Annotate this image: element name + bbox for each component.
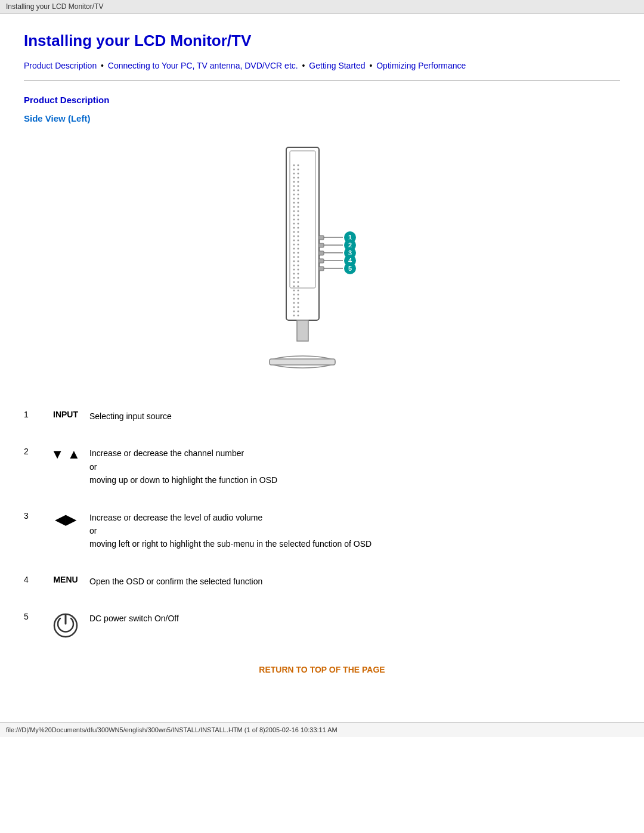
feature-icon-5 [42, 606, 89, 647]
feature-icon-3: ◀▶ [42, 505, 89, 557]
svg-point-64 [293, 294, 295, 296]
svg-point-68 [293, 302, 295, 304]
svg-point-14 [293, 190, 295, 191]
svg-point-46 [293, 256, 295, 258]
svg-point-53 [298, 269, 299, 271]
power-icon [52, 612, 79, 639]
svg-point-22 [293, 206, 295, 208]
feature-row-1: 1 INPUT Selecting input source [24, 404, 620, 429]
svg-point-31 [298, 223, 299, 225]
svg-rect-76 [319, 236, 324, 240]
nav-sep-3: • [369, 61, 374, 70]
feature-row-4: 4 MENU Open the OSD or confirm the selec… [24, 569, 620, 594]
feature-icon-4: MENU [42, 569, 89, 594]
svg-point-63 [298, 290, 299, 292]
svg-rect-96 [297, 320, 308, 341]
browser-title-bar: Installing your LCD Monitor/TV [0, 0, 644, 14]
nav-link-getting-started[interactable]: Getting Started [309, 61, 365, 70]
nav-link-connecting[interactable]: Connecting to Your PC, TV antenna, DVD/V… [108, 61, 298, 70]
svg-rect-92 [319, 267, 324, 271]
return-to-top-link[interactable]: RETURN TO TOP OF THE PAGE [24, 665, 620, 674]
svg-point-44 [293, 252, 295, 254]
svg-rect-88 [319, 259, 324, 263]
svg-point-58 [293, 281, 295, 283]
feature-num-4: 4 [24, 569, 42, 594]
svg-point-73 [298, 311, 299, 312]
browser-title-text: Installing your LCD Monitor/TV [6, 2, 103, 11]
svg-point-28 [293, 219, 295, 221]
svg-point-49 [298, 261, 299, 262]
feature-desc-1: Selecting input source [89, 404, 620, 429]
svg-point-57 [298, 277, 299, 279]
svg-point-70 [293, 306, 295, 308]
monitor-diagram: 1 2 3 4 5 [24, 135, 620, 386]
svg-point-74 [293, 315, 295, 317]
svg-point-16 [293, 194, 295, 196]
svg-rect-98 [270, 359, 335, 365]
footer-text: file:///D|/My%20Documents/dfu/300WN5/eng… [6, 726, 338, 733]
svg-point-45 [298, 252, 299, 254]
svg-point-41 [298, 244, 299, 246]
svg-point-59 [298, 281, 299, 283]
left-right-arrows-icon: ◀▶ [55, 511, 76, 527]
svg-point-52 [293, 269, 295, 271]
svg-point-40 [293, 244, 295, 246]
svg-point-5 [298, 169, 299, 171]
svg-point-30 [293, 223, 295, 225]
feature-desc-3: Increase or decrease the level of audio … [89, 505, 620, 557]
feature-desc-4: Open the OSD or confirm the selected fun… [89, 569, 620, 594]
svg-point-55 [298, 273, 299, 275]
svg-point-17 [298, 194, 299, 196]
svg-point-47 [298, 256, 299, 258]
svg-point-37 [298, 236, 299, 237]
svg-point-61 [298, 286, 299, 287]
svg-point-65 [298, 294, 299, 296]
svg-point-33 [298, 227, 299, 229]
svg-point-71 [298, 306, 299, 308]
svg-point-62 [293, 290, 295, 292]
feature-num-1: 1 [24, 404, 42, 429]
svg-point-39 [298, 240, 299, 241]
svg-point-7 [298, 173, 299, 175]
svg-rect-80 [319, 243, 324, 247]
svg-point-75 [298, 315, 299, 317]
svg-point-13 [298, 185, 299, 187]
svg-text:5: 5 [348, 265, 352, 272]
nav-links: Product Description • Connecting to Your… [24, 61, 620, 70]
feature-num-5: 5 [24, 606, 42, 647]
svg-point-50 [293, 265, 295, 267]
side-view-heading: Side View (Left) [24, 113, 620, 123]
svg-point-26 [293, 215, 295, 216]
svg-point-69 [298, 302, 299, 304]
svg-point-8 [293, 177, 295, 179]
up-down-arrows-icon: ▼ ▲ [51, 447, 80, 462]
svg-point-29 [298, 219, 299, 221]
nav-link-optimizing[interactable]: Optimizing Performance [376, 61, 466, 70]
svg-point-11 [298, 181, 299, 183]
monitor-svg: 1 2 3 4 5 [227, 135, 417, 386]
svg-point-38 [293, 240, 295, 241]
svg-point-18 [293, 198, 295, 200]
svg-point-25 [298, 210, 299, 212]
page-content: Installing your LCD Monitor/TV Product D… [0, 14, 644, 698]
svg-point-51 [298, 265, 299, 267]
section-divider [24, 80, 620, 80]
svg-point-6 [293, 173, 295, 175]
svg-point-60 [293, 286, 295, 287]
nav-sep-1: • [101, 61, 106, 70]
feature-row-3: 3 ◀▶ Increase or decrease the level of a… [24, 505, 620, 557]
nav-link-product-description[interactable]: Product Description [24, 61, 97, 70]
svg-rect-84 [319, 251, 324, 255]
svg-point-15 [298, 190, 299, 191]
footer-bar: file:///D|/My%20Documents/dfu/300WN5/eng… [0, 722, 644, 737]
svg-point-10 [293, 181, 295, 183]
feature-row-5: 5 DC power switch On/Off [24, 606, 620, 647]
svg-point-36 [293, 236, 295, 237]
svg-point-66 [293, 298, 295, 300]
svg-point-3 [298, 165, 299, 166]
feature-icon-2: ▼ ▲ [42, 441, 89, 493]
svg-point-19 [298, 198, 299, 200]
svg-point-24 [293, 210, 295, 212]
nav-sep-2: • [302, 61, 308, 70]
page-title: Installing your LCD Monitor/TV [24, 32, 620, 50]
